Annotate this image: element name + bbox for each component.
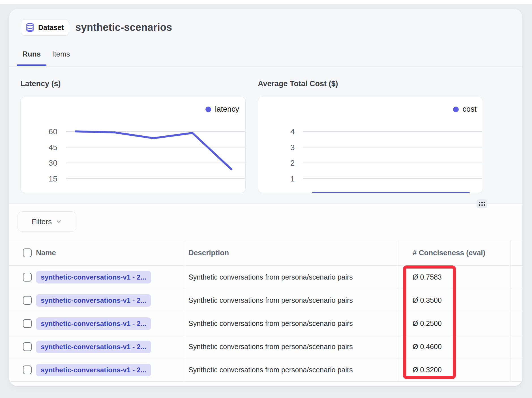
cost-chart: 4321 cost — [258, 97, 483, 193]
dataset-card: Dataset synthetic-scenarios Runs Items L… — [9, 9, 522, 386]
top-strip — [0, 0, 532, 4]
cost-chart-title: Average Total Cost ($) — [258, 79, 338, 88]
table-header-row: Name Description # Conciseness (eval) — [9, 240, 522, 266]
cost-legend: cost — [453, 105, 477, 114]
latency-chart-title: Latency (s) — [20, 79, 61, 88]
row-checkbox[interactable] — [23, 296, 32, 305]
tab-items-label: Items — [52, 50, 70, 58]
column-divider — [510, 240, 511, 382]
legend-label: latency — [215, 105, 239, 114]
run-name-link[interactable]: synthetic-conversations-v1 - 2... — [36, 317, 151, 330]
filters-button[interactable]: Filters — [18, 211, 76, 232]
table-row[interactable]: synthetic-conversations-v1 - 2... Synthe… — [9, 335, 522, 358]
table-row[interactable]: synthetic-conversations-v1 - 2... Synthe… — [9, 266, 522, 289]
column-divider — [398, 240, 398, 382]
conciseness-value: Ø 0.7583 — [413, 273, 442, 281]
select-all-checkbox[interactable] — [23, 248, 32, 257]
svg-text:1: 1 — [290, 174, 295, 183]
legend-label: cost — [462, 105, 477, 114]
tab-items[interactable]: Items — [46, 48, 76, 66]
row-checkbox[interactable] — [23, 273, 32, 282]
filters-label: Filters — [32, 217, 52, 226]
row-checkbox[interactable] — [23, 319, 32, 328]
svg-text:60: 60 — [49, 127, 57, 136]
run-name-link[interactable]: synthetic-conversations-v1 - 2... — [36, 271, 151, 284]
svg-text:30: 30 — [49, 159, 57, 167]
column-header-conciseness: # Conciseness (eval) — [413, 248, 485, 257]
conciseness-value: Ø 0.2500 — [413, 319, 442, 328]
section-divider — [9, 204, 522, 204]
run-description: Synthetic conversations from persona/sce… — [188, 319, 353, 328]
chevron-down-icon — [55, 218, 62, 225]
database-icon — [25, 23, 35, 32]
conciseness-value: Ø 0.3500 — [413, 296, 442, 304]
svg-text:2: 2 — [290, 159, 295, 167]
header: Dataset synthetic-scenarios — [21, 19, 172, 36]
table-row[interactable]: synthetic-conversations-v1 - 2... Synthe… — [9, 312, 522, 335]
drag-handle[interactable] — [477, 199, 487, 208]
column-header-description: Description — [188, 248, 229, 257]
tabs-divider — [9, 66, 522, 67]
run-name-link[interactable]: synthetic-conversations-v1 - 2... — [36, 294, 151, 307]
column-divider — [185, 240, 185, 382]
dataset-badge: Dataset — [21, 19, 69, 36]
tabs: Runs Items — [17, 48, 76, 66]
cost-line-chart: 4321 — [258, 97, 483, 193]
grid-dots-icon — [479, 202, 485, 206]
svg-text:4: 4 — [290, 127, 295, 136]
run-description: Synthetic conversations from persona/sce… — [188, 296, 353, 304]
dataset-badge-label: Dataset — [38, 23, 64, 32]
tab-runs[interactable]: Runs — [17, 48, 46, 66]
legend-dot-icon — [453, 107, 459, 112]
svg-text:15: 15 — [49, 174, 57, 183]
run-description: Synthetic conversations from persona/sce… — [188, 273, 353, 281]
tab-runs-label: Runs — [22, 50, 41, 58]
latency-legend: latency — [205, 105, 239, 114]
table-row[interactable]: synthetic-conversations-v1 - 2... Synthe… — [9, 358, 522, 382]
row-checkbox[interactable] — [23, 342, 32, 351]
svg-text:45: 45 — [49, 143, 57, 152]
column-header-name: Name — [36, 248, 56, 257]
legend-dot-icon — [205, 107, 211, 112]
active-tab-indicator — [17, 64, 46, 66]
svg-text:3: 3 — [290, 143, 295, 152]
run-name-link[interactable]: synthetic-conversations-v1 - 2... — [36, 364, 151, 376]
run-description: Synthetic conversations from persona/sce… — [188, 366, 353, 374]
conciseness-value: Ø 0.4600 — [413, 343, 442, 351]
conciseness-value: Ø 0.3200 — [413, 366, 442, 374]
run-name-link[interactable]: synthetic-conversations-v1 - 2... — [36, 341, 151, 353]
run-description: Synthetic conversations from persona/sce… — [188, 343, 353, 351]
table-row[interactable]: synthetic-conversations-v1 - 2... Synthe… — [9, 289, 522, 312]
row-checkbox[interactable] — [23, 365, 32, 374]
latency-chart: 60453015 latency — [20, 97, 246, 193]
page-title: synthetic-scenarios — [75, 21, 172, 33]
runs-table: Name Description # Conciseness (eval) sy… — [9, 240, 522, 382]
